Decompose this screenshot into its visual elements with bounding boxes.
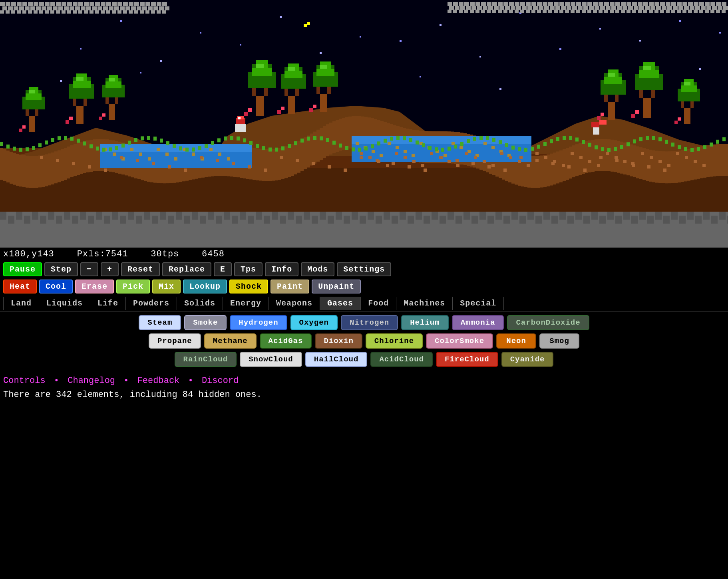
elem-firecloud[interactable]: FireCloud xyxy=(436,352,498,367)
elem-acidcloud[interactable]: AcidCloud xyxy=(370,352,433,367)
status-bar: x180,y143 Pxls:7541 30tps 6458 xyxy=(0,248,728,261)
elem-helium[interactable]: Helium xyxy=(401,315,448,330)
tool-bar: Heat Cool Erase Pick Mix Lookup Shock Pa… xyxy=(0,278,728,295)
discord-link[interactable]: Discord xyxy=(202,376,239,386)
tab-energy[interactable]: Energy xyxy=(223,297,269,310)
dot-1: • xyxy=(54,376,64,386)
lookup-button[interactable]: Lookup xyxy=(183,280,227,293)
e-button[interactable]: E xyxy=(214,262,232,276)
elem-methane[interactable]: Methane xyxy=(204,333,257,349)
tab-machines[interactable]: Machines xyxy=(396,297,453,310)
category-bar: Land Liquids Life Powders Solids Energy … xyxy=(0,295,728,312)
cool-button[interactable]: Cool xyxy=(39,280,73,293)
tab-special[interactable]: Special xyxy=(453,297,504,310)
elem-carbondioxide[interactable]: CarbonDioxide xyxy=(507,315,589,330)
tab-land[interactable]: Land xyxy=(3,297,39,310)
elem-cyanide[interactable]: Cyanide xyxy=(501,352,554,367)
elements-row-1: Steam Smoke Hydrogen Oxygen Nitrogen Hel… xyxy=(3,315,725,330)
elements-area: Steam Smoke Hydrogen Oxygen Nitrogen Hel… xyxy=(0,312,728,373)
erase-button[interactable]: Erase xyxy=(75,280,114,293)
elem-dioxin[interactable]: Dioxin xyxy=(315,333,362,349)
tps-button[interactable]: Tps xyxy=(234,262,263,276)
plus-button[interactable]: + xyxy=(101,262,119,276)
info-text: There are 342 elements, including 84 hid… xyxy=(0,388,728,401)
settings-button[interactable]: Settings xyxy=(337,262,391,276)
tab-gases[interactable]: Gases xyxy=(320,297,361,310)
elem-nitrogen[interactable]: Nitrogen xyxy=(341,315,398,330)
elem-acidgas[interactable]: AcidGas xyxy=(260,333,312,349)
pixels-display: Pxls:7541 xyxy=(77,249,128,259)
elem-ammonia[interactable]: Ammonia xyxy=(452,315,504,330)
pick-button[interactable]: Pick xyxy=(116,280,150,293)
changelog-link[interactable]: Changelog xyxy=(68,376,115,386)
shock-button[interactable]: Shock xyxy=(229,280,268,293)
elem-chlorine[interactable]: Chlorine xyxy=(366,333,423,349)
elem-hydrogen[interactable]: Hydrogen xyxy=(230,315,287,330)
elements-row-2: Propane Methane AcidGas Dioxin Chlorine … xyxy=(3,333,725,349)
tab-weapons[interactable]: Weapons xyxy=(269,297,320,310)
elem-steam[interactable]: Steam xyxy=(139,315,181,330)
tab-life[interactable]: Life xyxy=(90,297,126,310)
elem-hailcloud[interactable]: HailCloud xyxy=(305,352,368,367)
feedback-link[interactable]: Feedback xyxy=(137,376,180,386)
mods-button[interactable]: Mods xyxy=(301,262,334,276)
control-bar: Pause Step − + Reset Replace E Tps Info … xyxy=(0,261,728,278)
tab-solids[interactable]: Solids xyxy=(177,297,223,310)
step-button[interactable]: Step xyxy=(44,262,78,276)
elem-propane[interactable]: Propane xyxy=(149,333,201,349)
elem-smoke[interactable]: Smoke xyxy=(184,315,227,330)
number-display: 6458 xyxy=(202,249,225,259)
coord-display: x180,y143 xyxy=(3,249,54,259)
elem-snowcloud[interactable]: SnowCloud xyxy=(240,352,302,367)
elem-oxygen[interactable]: Oxygen xyxy=(290,315,338,330)
replace-button[interactable]: Replace xyxy=(162,262,211,276)
element-count-text: There are 342 elements, including 84 hid… xyxy=(3,390,262,400)
dot-2: • xyxy=(123,376,134,386)
game-canvas[interactable] xyxy=(0,0,728,248)
dot-3: • xyxy=(188,376,199,386)
pause-button[interactable]: Pause xyxy=(3,262,42,276)
heat-button[interactable]: Heat xyxy=(3,280,37,293)
reset-button[interactable]: Reset xyxy=(121,262,160,276)
elements-row-3: RainCloud SnowCloud HailCloud AcidCloud … xyxy=(3,352,725,367)
tab-food[interactable]: Food xyxy=(361,297,396,310)
tab-powders[interactable]: Powders xyxy=(126,297,177,310)
controls-link[interactable]: Controls xyxy=(3,376,46,386)
info-button[interactable]: Info xyxy=(265,262,298,276)
tab-liquids[interactable]: Liquids xyxy=(39,297,90,310)
tps-display: 30tps xyxy=(151,249,179,259)
paint-button[interactable]: Paint xyxy=(271,280,309,293)
elem-raincloud[interactable]: RainCloud xyxy=(175,352,237,367)
unpaint-button[interactable]: Unpaint xyxy=(312,280,361,293)
footer-links: Controls • Changelog • Feedback • Discor… xyxy=(0,373,728,388)
minus-button[interactable]: − xyxy=(80,262,98,276)
elem-colorsmoke[interactable]: ColorSmoke xyxy=(426,333,493,349)
elem-smog[interactable]: Smog xyxy=(539,333,579,349)
elem-neon[interactable]: Neon xyxy=(496,333,536,349)
mix-button[interactable]: Mix xyxy=(152,280,181,293)
